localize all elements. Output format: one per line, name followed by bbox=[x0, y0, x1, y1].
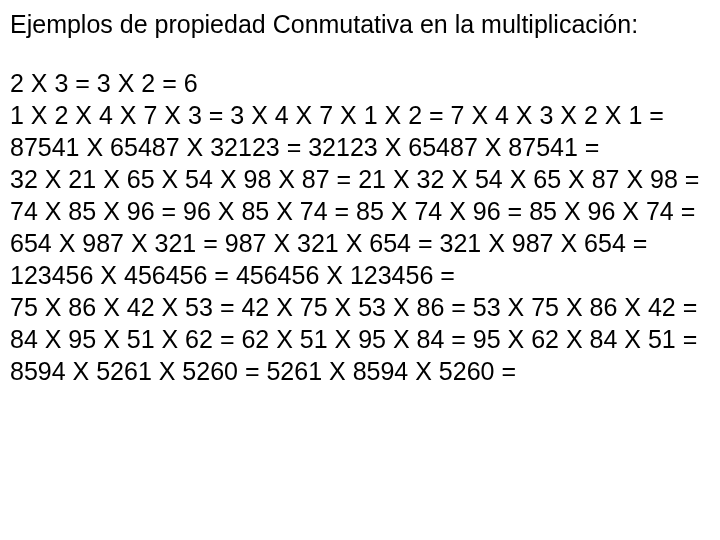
example-line: 123456 X 456456 = 456456 X 123456 = bbox=[10, 259, 710, 291]
example-line: 75 X 86 X 42 X 53 = 42 X 75 X 53 X 86 = … bbox=[10, 291, 710, 323]
example-line: 74 X 85 X 96 = 96 X 85 X 74 = 85 X 74 X … bbox=[10, 195, 710, 227]
document-page: Ejemplos de propiedad Conmutativa en la … bbox=[0, 0, 720, 395]
example-line: 84 X 95 X 51 X 62 = 62 X 51 X 95 X 84 = … bbox=[10, 323, 710, 355]
example-line: 1 X 2 X 4 X 7 X 3 = 3 X 4 X 7 X 1 X 2 = … bbox=[10, 99, 710, 131]
example-line: 2 X 3 = 3 X 2 = 6 bbox=[10, 67, 710, 99]
example-line: 8594 X 5261 X 5260 = 5261 X 8594 X 5260 … bbox=[10, 355, 710, 387]
example-list: 2 X 3 = 3 X 2 = 6 1 X 2 X 4 X 7 X 3 = 3 … bbox=[10, 67, 710, 387]
heading: Ejemplos de propiedad Conmutativa en la … bbox=[10, 8, 710, 41]
example-line: 654 X 987 X 321 = 987 X 321 X 654 = 321 … bbox=[10, 227, 710, 259]
example-line: 32 X 21 X 65 X 54 X 98 X 87 = 21 X 32 X … bbox=[10, 163, 710, 195]
example-line: 87541 X 65487 X 32123 = 32123 X 65487 X … bbox=[10, 131, 710, 163]
